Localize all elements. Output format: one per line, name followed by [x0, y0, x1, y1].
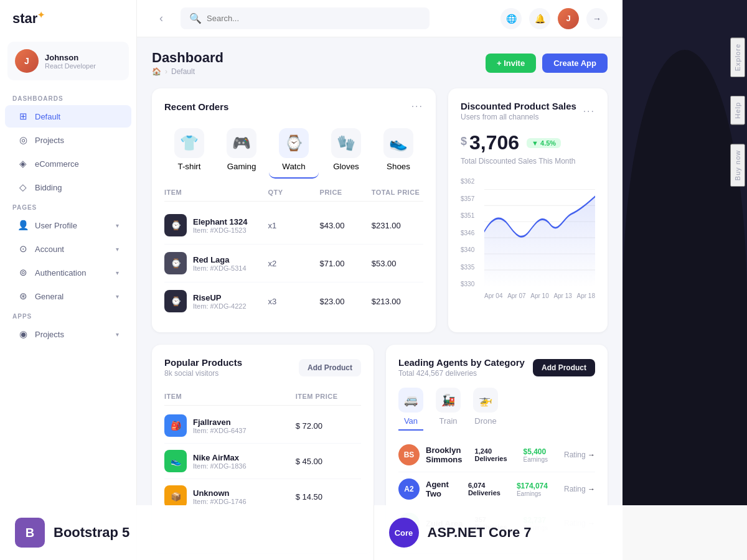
gloves-icon: 🧤 — [331, 128, 361, 158]
sidebar-item-ecommerce[interactable]: ◈ eCommerce — [5, 152, 131, 175]
table-row: ⌚ Elephant 1324 Item: #XDG-1523 x1 $43.0… — [164, 207, 423, 245]
recent-orders-header: Recent Orders ··· — [164, 101, 423, 112]
currency-symbol: $ — [461, 135, 467, 148]
popular-products-header: Popular Products 8k social visitors Add … — [164, 357, 361, 378]
item-details: Fjallraven Item: #XDG-6437 — [193, 418, 247, 434]
create-app-button[interactable]: Create App — [542, 54, 608, 73]
col-qty: QTY — [268, 189, 319, 196]
item-details: Red Laga Item: #XDG-5314 — [193, 255, 247, 272]
item-details: Nike AirMax Item: #XDG-1836 — [193, 453, 247, 470]
item-name: Fjallraven — [193, 418, 247, 427]
item-price: $ 14.50 — [296, 492, 361, 502]
sidebar-item-general[interactable]: ⊛ General ▾ — [5, 285, 131, 307]
breadcrumb-current: Default — [171, 67, 195, 76]
topbar-arrow-icon[interactable]: → — [586, 8, 608, 29]
chart-y-labels: $362 $357 $351 $346 $340 $335 $330 — [461, 175, 474, 290]
topbar-bell-icon[interactable]: 🔔 — [529, 8, 550, 29]
sidebar-item-authentication[interactable]: ⊚ Authentication ▾ — [5, 261, 131, 284]
sidebar-item-account[interactable]: ⊙ Account ▾ — [5, 238, 131, 260]
tab-tshirt-label: T-shirt — [177, 162, 200, 171]
sidebar-item-default[interactable]: ⊞ Default — [5, 105, 131, 128]
shoes-icon: 👟 — [383, 128, 413, 158]
x-label: Apr 13 — [553, 292, 571, 299]
user-card[interactable]: J Johnson React Developer — [7, 42, 129, 80]
chevron-down-icon: ▾ — [116, 222, 119, 229]
tab-shoes-label: Shoes — [387, 162, 410, 171]
item-id: Item: #XDG-4222 — [193, 302, 247, 310]
help-button[interactable]: Help — [730, 96, 745, 125]
line-chart — [484, 175, 595, 287]
agent-name: Agent Two — [426, 480, 462, 498]
page-title: Dashboard — [152, 50, 223, 66]
agent-earnings: $174,074Earnings — [517, 482, 548, 497]
x-label: Apr 04 — [484, 292, 502, 299]
discounted-sales-more[interactable]: ··· — [583, 106, 595, 117]
item-thumb: 🎒 — [164, 414, 187, 437]
tab-drone[interactable]: 🚁 Drone — [473, 388, 498, 431]
tab-gloves[interactable]: 🧤 Gloves — [321, 122, 371, 179]
sidebar-item-label: Account — [35, 245, 64, 254]
agents-add-button[interactable]: Add Product — [533, 359, 595, 376]
tab-gaming[interactable]: 🎮 Gaming — [217, 122, 266, 179]
topbar-globe-icon[interactable]: 🌐 — [500, 8, 522, 29]
gaming-icon: 🎮 — [227, 128, 256, 158]
item-details: Elephant 1324 Item: #XDG-1523 — [193, 217, 247, 234]
topbar: ‹ 🔍 🌐 🔔 J → — [137, 0, 622, 37]
bidding-icon: ◇ — [17, 182, 29, 193]
sidebar-item-user-profile[interactable]: 👤 User Profile ▾ — [5, 214, 131, 236]
chevron-down-icon: ▾ — [116, 331, 119, 338]
pp-table-header: ITEM ITEM PRICE — [164, 388, 361, 406]
sidebar-item-projects-app[interactable]: ◉ Projects ▾ — [5, 323, 131, 345]
explore-button[interactable]: Explore — [730, 37, 745, 77]
content-area: Dashboard 🏠 › Default + Invite Create Ap… — [137, 37, 622, 560]
recent-orders-title: Recent Orders — [164, 101, 228, 112]
sidebar-item-bidding[interactable]: ◇ Bidding — [5, 176, 131, 198]
discounted-sales-card: Discounted Product Sales Users from all … — [448, 88, 608, 332]
auth-icon: ⊚ — [17, 267, 29, 278]
recent-orders-more[interactable]: ··· — [411, 101, 423, 112]
tab-watch[interactable]: ⌚ Watch — [269, 122, 319, 179]
sidebar-item-label: Default — [35, 112, 60, 121]
x-label: Apr 07 — [507, 292, 525, 299]
topbar-avatar[interactable]: J — [558, 8, 579, 29]
item-total: $231.00 — [372, 221, 423, 230]
item-thumb: ⌚ — [164, 214, 187, 236]
item-name: Red Laga — [193, 255, 247, 264]
table-row: 👟 Nike AirMax Item: #XDG-1836 $ 45.00 — [164, 444, 361, 479]
sidebar-toggle[interactable]: ‹ — [152, 9, 171, 28]
popular-products-title: Popular Products — [164, 357, 242, 368]
item-qty: x2 — [268, 259, 319, 268]
pp-col-price: ITEM PRICE — [296, 393, 361, 400]
user-role: React Developer — [45, 62, 96, 70]
item-price: $ 45.00 — [296, 457, 361, 466]
item-thumb: ⌚ — [164, 252, 187, 274]
pp-title-group: Popular Products 8k social visitors — [164, 357, 242, 378]
tab-gloves-label: Gloves — [333, 162, 359, 171]
tab-van[interactable]: 🚐 Van — [398, 388, 423, 431]
item-price: $71.00 — [320, 259, 372, 268]
right-panel: Explore Help Buy now — [622, 0, 747, 560]
popular-products-subtitle: 8k social visitors — [164, 369, 242, 378]
sidebar-item-label: eCommerce — [35, 159, 79, 169]
y-label: $330 — [461, 281, 474, 287]
invite-button[interactable]: + Invite — [486, 54, 536, 73]
add-product-button[interactable]: Add Product — [299, 359, 361, 376]
tab-shoes[interactable]: 👟 Shoes — [374, 122, 423, 179]
tab-tshirt[interactable]: 👕 T-shirt — [164, 122, 214, 179]
buy-now-button[interactable]: Buy now — [730, 144, 745, 187]
sidebar-item-label: User Profile — [35, 221, 77, 230]
table-row: ⌚ Red Laga Item: #XDG-5314 x2 $71.00 $53… — [164, 245, 423, 282]
top-grid: Recent Orders ··· 👕 T-shirt 🎮 Gaming ⌚ — [152, 88, 608, 332]
item-thumb: 👟 — [164, 450, 187, 472]
avatar: J — [15, 49, 39, 73]
tab-train[interactable]: 🚂 Train — [436, 388, 461, 431]
sidebar-item-label: General — [35, 292, 63, 301]
search-icon: 🔍 — [189, 12, 202, 24]
search-bar[interactable]: 🔍 — [181, 7, 430, 29]
search-input[interactable] — [207, 14, 421, 23]
item-qty: x1 — [268, 221, 319, 230]
table-row: ⌚ RiseUP Item: #XDG-4222 x3 $23.00 $213.… — [164, 282, 423, 320]
chevron-down-icon: ▾ — [116, 246, 119, 253]
chevron-down-icon: ▾ — [116, 293, 119, 300]
sidebar-item-projects[interactable]: ◎ Projects — [5, 129, 131, 151]
